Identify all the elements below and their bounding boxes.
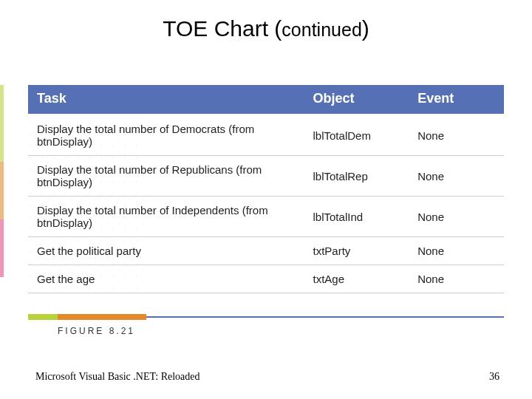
- cell-event: None: [409, 265, 504, 293]
- cell-object: txtParty: [304, 237, 409, 265]
- title-text-continued: continued: [282, 19, 361, 40]
- cell-event: None: [409, 197, 504, 237]
- figure-container: Task Object Event Display the total numb…: [28, 85, 504, 336]
- cell-task: Display the total number of Democrats (f…: [28, 115, 304, 156]
- table-row: Get the age txtAge None: [28, 265, 504, 293]
- cell-object: lblTotalInd: [304, 197, 409, 237]
- cell-object: lblTotalRep: [304, 156, 409, 197]
- title-text-close: ): [362, 16, 369, 41]
- footer-source: Microsoft Visual Basic .NET: Reloaded: [35, 371, 200, 383]
- col-header-task: Task: [28, 85, 304, 115]
- rule-segment-orange: [58, 314, 146, 320]
- toe-chart-table: Task Object Event Display the total numb…: [28, 85, 504, 293]
- cell-task: Get the age: [28, 265, 304, 293]
- cell-task: Display the total number of Independents…: [28, 197, 304, 237]
- cell-object: txtAge: [304, 265, 409, 293]
- col-header-event: Event: [409, 85, 504, 115]
- figure-label: FIGURE 8.21: [58, 326, 504, 336]
- cell-event: None: [409, 237, 504, 265]
- cell-event: None: [409, 115, 504, 156]
- table-row: Display the total number of Republicans …: [28, 156, 504, 197]
- table-row: Display the total number of Democrats (f…: [28, 115, 504, 156]
- table-header-row: Task Object Event: [28, 85, 504, 115]
- figure-rule: [28, 314, 504, 320]
- cell-object: lblTotalDem: [304, 115, 409, 156]
- table-row: Display the total number of Independents…: [28, 197, 504, 237]
- cell-task: Get the political party: [28, 237, 304, 265]
- col-header-object: Object: [304, 85, 409, 115]
- slide-title: TOE Chart (continued): [0, 16, 532, 41]
- title-text-main: TOE Chart (: [163, 16, 282, 41]
- rule-segment-green: [28, 314, 58, 320]
- cell-event: None: [409, 156, 504, 197]
- rule-segment-blue: [146, 316, 504, 318]
- left-color-accent: [0, 85, 4, 277]
- cell-task: Display the total number of Republicans …: [28, 156, 304, 197]
- page-number: 36: [489, 371, 499, 383]
- table-row: Get the political party txtParty None: [28, 237, 504, 265]
